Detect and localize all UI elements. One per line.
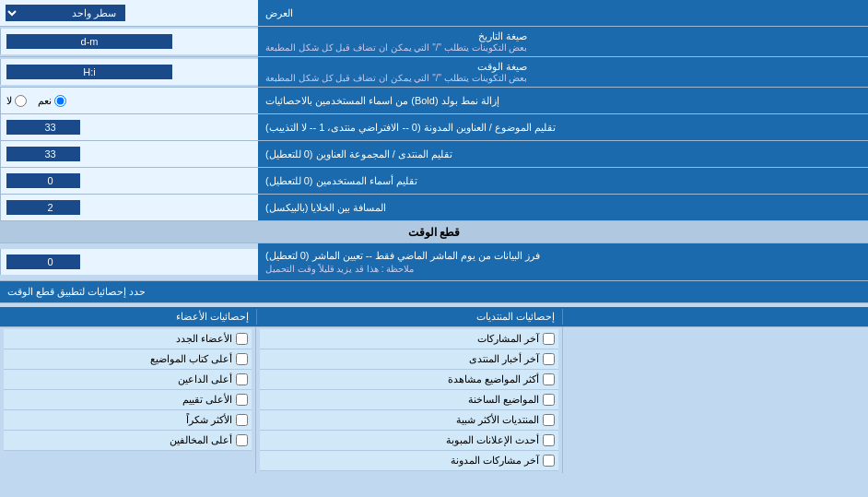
cb-item-forum-0: آخر المشاركات xyxy=(260,329,557,349)
cb-forum-1-check[interactable] xyxy=(543,353,555,365)
forum-trim-input-wrapper xyxy=(0,141,258,167)
cb-member-2-check[interactable] xyxy=(236,373,248,385)
checkboxes-header: إحصائيات المنتديات إحصائيات الأعضاء xyxy=(0,307,868,327)
cb-member-5-check[interactable] xyxy=(236,434,248,446)
cb-header-members: إحصائيات الأعضاء xyxy=(0,309,257,325)
cb-item-forum-2: أكثر المواضيع مشاهدة xyxy=(260,370,557,390)
cb-item-member-3: الأعلى تقييم xyxy=(4,390,252,410)
cb-forum-4-check[interactable] xyxy=(543,414,555,426)
main-container: العرض سطر واحد سطرين ثلاثة أسطر صيغة الت… xyxy=(0,0,868,477)
checkboxes-section: إحصائيات المنتديات إحصائيات الأعضاء آخر … xyxy=(0,303,868,477)
cb-forum-6-check[interactable] xyxy=(543,455,555,467)
time-format-row: صيغة الوقت بعض التكوينات يتطلب "/" التي … xyxy=(0,57,868,88)
date-format-label: صيغة التاريخ بعض التكوينات يتطلب "/" الت… xyxy=(258,27,868,56)
apply-label-row: حدد إحصائيات لتطبيق قطع الوقت xyxy=(0,281,868,303)
cb-forum-0-check[interactable] xyxy=(543,333,555,345)
time-format-input[interactable] xyxy=(6,65,172,79)
snapshot-section-header: قطع الوقت xyxy=(0,221,868,243)
bold-remove-radio-wrapper: نعم لا xyxy=(0,88,258,113)
bold-remove-label: إزالة نمط بولد (Bold) من اسماء المستخدمي… xyxy=(258,88,868,113)
cb-empty-col xyxy=(563,327,868,473)
user-trim-input[interactable] xyxy=(6,173,80,188)
date-format-input-wrapper xyxy=(0,29,258,54)
cell-spacing-input-wrapper xyxy=(0,195,258,220)
bold-yes-label: نعم xyxy=(38,95,66,107)
title-trim-input-wrapper xyxy=(0,114,258,140)
cell-spacing-input[interactable] xyxy=(6,200,80,215)
cell-spacing-label: المسافة بين الخلايا (بالبيكسل) xyxy=(258,195,868,220)
title-trim-input[interactable] xyxy=(6,120,80,135)
cb-header-forums: إحصائيات المنتديات xyxy=(257,309,563,325)
user-trim-input-wrapper xyxy=(0,168,258,194)
title-trim-row: تقليم الموضوع / العناوين المدونة (0 -- ا… xyxy=(0,114,868,141)
cb-item-forum-5: أحدث الإعلانات المبوبة xyxy=(260,431,557,451)
cb-item-forum-1: آخر أخبار المنتدى xyxy=(260,349,557,370)
time-format-input-wrapper xyxy=(0,59,258,85)
cb-member-0-check[interactable] xyxy=(236,333,248,345)
title-trim-label: تقليم الموضوع / العناوين المدونة (0 -- ا… xyxy=(258,114,868,140)
user-trim-row: تقليم أسماء المستخدمين (0 للتعطيل) xyxy=(0,168,868,195)
cb-forums-col: آخر المشاركات آخر أخبار المنتدى أكثر الم… xyxy=(256,327,562,473)
checkboxes-body: آخر المشاركات آخر أخبار المنتدى أكثر الم… xyxy=(0,327,868,473)
cb-forum-2-check[interactable] xyxy=(543,373,555,385)
cb-item-member-0: الأعضاء الجدد xyxy=(4,329,252,349)
snapshot-input-wrapper xyxy=(0,249,258,275)
bold-remove-row: إزالة نمط بولد (Bold) من اسماء المستخدمي… xyxy=(0,88,868,114)
cb-item-member-1: أعلى كتاب المواضيع xyxy=(4,349,252,370)
time-format-label: صيغة الوقت بعض التكوينات يتطلب "/" التي … xyxy=(258,57,868,87)
display-row: العرض سطر واحد سطرين ثلاثة أسطر xyxy=(0,0,868,27)
cb-item-member-5: أعلى المخالفين xyxy=(4,431,252,451)
cb-item-member-4: الأكثر شكراً xyxy=(4,410,252,431)
display-select[interactable]: سطر واحد سطرين ثلاثة أسطر xyxy=(6,5,125,21)
date-format-row: صيغة التاريخ بعض التكوينات يتطلب "/" الت… xyxy=(0,27,868,57)
cell-spacing-row: المسافة بين الخلايا (بالبيكسل) xyxy=(0,195,868,221)
cb-member-4-check[interactable] xyxy=(236,414,248,426)
forum-trim-label: تقليم المنتدى / المجموعة العناوين (0 للت… xyxy=(258,141,868,167)
cb-member-3-check[interactable] xyxy=(236,394,248,406)
cb-item-member-2: أعلى الداعين xyxy=(4,370,252,390)
cb-item-forum-3: المواضيع الساخنة xyxy=(260,390,557,410)
user-trim-label: تقليم أسماء المستخدمين (0 للتعطيل) xyxy=(258,168,868,194)
bold-no-label: لا xyxy=(6,95,27,107)
cb-members-col: الأعضاء الجدد أعلى كتاب المواضيع أعلى ال… xyxy=(0,327,256,473)
snapshot-input[interactable] xyxy=(6,254,80,269)
forum-trim-input[interactable] xyxy=(6,147,80,161)
bold-yes-radio[interactable] xyxy=(54,95,66,107)
snapshot-label: فرز البيانات من يوم الماشر الماضي فقط --… xyxy=(258,243,868,280)
display-label: العرض xyxy=(258,0,868,26)
display-select-wrapper: سطر واحد سطرين ثلاثة أسطر xyxy=(0,0,258,26)
cb-item-forum-4: المنتديات الأكثر شبية xyxy=(260,410,557,431)
bold-no-radio[interactable] xyxy=(15,95,27,107)
cb-member-1-check[interactable] xyxy=(236,353,248,365)
cb-forum-3-check[interactable] xyxy=(543,394,555,406)
cb-header-empty xyxy=(563,315,868,319)
forum-trim-row: تقليم المنتدى / المجموعة العناوين (0 للت… xyxy=(0,141,868,168)
cb-forum-5-check[interactable] xyxy=(543,434,555,446)
date-format-input[interactable] xyxy=(6,34,172,49)
snapshot-row: فرز البيانات من يوم الماشر الماضي فقط --… xyxy=(0,243,868,281)
cb-item-forum-6: آخر مشاركات المدونة xyxy=(260,451,557,471)
